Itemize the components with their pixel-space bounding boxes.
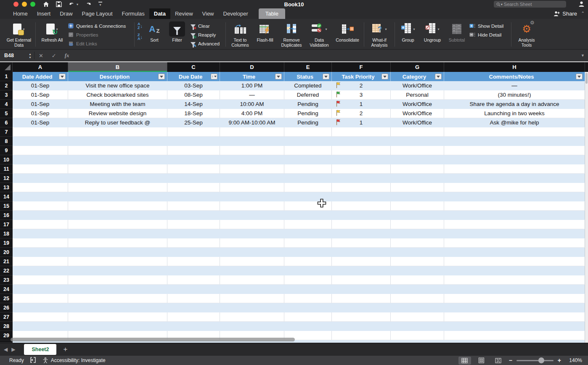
cell-D26[interactable]: [220, 303, 284, 312]
cell-D23[interactable]: [220, 275, 284, 285]
sort-filter-button[interactable]: ↑: [211, 74, 217, 79]
cancel-entry-icon[interactable]: ✕: [34, 53, 48, 59]
cell-G18[interactable]: [391, 229, 444, 238]
filter-dropdown-button[interactable]: [158, 74, 165, 79]
sheet-nav-back-icon[interactable]: ◀: [0, 346, 11, 352]
cell-D6[interactable]: 9:00 AM-10:00 AM: [220, 118, 284, 127]
cell-F23[interactable]: [332, 275, 391, 285]
advanced-filter-button[interactable]: ✎ Advanced: [191, 40, 222, 47]
cell-H21[interactable]: [444, 257, 585, 266]
cell-C16[interactable]: [167, 211, 220, 220]
column-header-B[interactable]: B: [68, 62, 167, 72]
redo-button[interactable]: [85, 2, 92, 7]
cell-C23[interactable]: [167, 275, 220, 285]
cell-B27[interactable]: [68, 312, 167, 322]
cell-F17[interactable]: [332, 220, 391, 229]
ribbon-tab-data[interactable]: Data: [149, 8, 170, 19]
remove-duplicates-button[interactable]: Remove Duplicates: [278, 21, 305, 48]
what-if-analysis-button[interactable]: ? ▾ What-if Analysis: [367, 21, 392, 48]
cell-G5[interactable]: Work/Office: [391, 109, 444, 118]
flash-fill-button[interactable]: Flash-fill: [254, 21, 276, 42]
cell-A28[interactable]: [13, 322, 68, 331]
cell-H20[interactable]: [444, 248, 585, 257]
cell-E23[interactable]: [284, 275, 332, 285]
row-header-28[interactable]: 28: [0, 322, 13, 331]
cell-D5[interactable]: 4:00 PM: [220, 109, 284, 118]
cell-A6[interactable]: 01-Sep: [13, 118, 68, 127]
sort-button[interactable]: Az Sort: [145, 21, 164, 42]
select-all-corner[interactable]: [0, 62, 13, 72]
cell-A2[interactable]: 01-Sep: [13, 81, 68, 90]
cell-G4[interactable]: Work/Office: [391, 100, 444, 109]
cell-C15[interactable]: [167, 201, 220, 211]
sheet-tab-sheet2[interactable]: Sheet2: [24, 344, 56, 355]
cell-C14[interactable]: [167, 192, 220, 201]
name-box[interactable]: B48: [0, 53, 26, 58]
column-header-C[interactable]: C: [167, 62, 220, 72]
cell-H28[interactable]: [444, 322, 585, 331]
ribbon-tab-review[interactable]: Review: [170, 8, 198, 19]
cursor-mode-icon[interactable]: [30, 357, 37, 364]
minimize-window-button[interactable]: [22, 2, 27, 7]
cell-H9[interactable]: [444, 146, 585, 155]
expand-formula-bar-icon[interactable]: ▼: [581, 53, 588, 58]
row-header-11[interactable]: 11: [0, 164, 13, 174]
cell-F3[interactable]: 3: [332, 90, 391, 100]
row-header-23[interactable]: 23: [0, 275, 13, 285]
ribbon-tab-formulas[interactable]: Formulas: [117, 8, 149, 19]
row-header-3[interactable]: 3: [0, 90, 13, 100]
cell-G7[interactable]: [391, 127, 444, 137]
cell-D2[interactable]: 1:00 PM: [220, 81, 284, 90]
cell-D14[interactable]: [220, 192, 284, 201]
ungroup-button[interactable]: ▾ Ungroup: [421, 21, 444, 42]
cell-C12[interactable]: [167, 174, 220, 183]
vertical-scrollbar-thumb[interactable]: [585, 73, 588, 84]
cell-D4[interactable]: 10:00 AM: [220, 100, 284, 109]
home-icon[interactable]: [43, 1, 49, 7]
cell-D20[interactable]: [220, 248, 284, 257]
row-header-10[interactable]: 10: [0, 155, 13, 164]
cell-D7[interactable]: [220, 127, 284, 137]
cell-H11[interactable]: [444, 164, 585, 174]
row-header-4[interactable]: 4: [0, 100, 13, 109]
column-header-E[interactable]: E: [284, 62, 332, 72]
cell-C2[interactable]: 03-Sep: [167, 81, 220, 90]
cell-E9[interactable]: [284, 146, 332, 155]
cell-B25[interactable]: [68, 294, 167, 303]
ribbon-tab-page-layout[interactable]: Page Layout: [77, 8, 117, 19]
cell-C20[interactable]: [167, 248, 220, 257]
cell-A24[interactable]: [13, 285, 68, 294]
cell-E17[interactable]: [284, 220, 332, 229]
row-header-16[interactable]: 16: [0, 211, 13, 220]
column-header-G[interactable]: G: [391, 62, 444, 72]
add-sheet-button[interactable]: +: [56, 345, 74, 354]
row-header-13[interactable]: 13: [0, 183, 13, 192]
vertical-scrollbar[interactable]: [585, 72, 588, 343]
cell-G3[interactable]: Personal: [391, 90, 444, 100]
cell-F15[interactable]: [332, 201, 391, 211]
cell-A13[interactable]: [13, 183, 68, 192]
collapse-ribbon-icon[interactable]: ⌃: [581, 11, 585, 16]
row-header-8[interactable]: 8: [0, 137, 13, 146]
cell-C13[interactable]: [167, 183, 220, 192]
cell-F24[interactable]: [332, 285, 391, 294]
cell-C27[interactable]: [167, 312, 220, 322]
cell-C8[interactable]: [167, 137, 220, 146]
cell-A11[interactable]: [13, 164, 68, 174]
cell-B26[interactable]: [68, 303, 167, 312]
group-button[interactable]: ▾ Group: [398, 21, 418, 42]
cell-D3[interactable]: —: [220, 90, 284, 100]
cell-A14[interactable]: [13, 192, 68, 201]
cell-G9[interactable]: [391, 146, 444, 155]
cell-C10[interactable]: [167, 155, 220, 164]
cell-D27[interactable]: [220, 312, 284, 322]
search-scope-chevron-icon[interactable]: ▾: [501, 3, 503, 6]
cell-F26[interactable]: [332, 303, 391, 312]
cell-E22[interactable]: [284, 266, 332, 275]
cell-C11[interactable]: [167, 164, 220, 174]
row-header-17[interactable]: 17: [0, 220, 13, 229]
cell-B3[interactable]: Check bookmarked sites: [68, 90, 167, 100]
cell-F6[interactable]: 1: [332, 118, 391, 127]
customize-toolbar-icon[interactable]: ▾: [98, 2, 102, 7]
cell-A10[interactable]: [13, 155, 68, 164]
